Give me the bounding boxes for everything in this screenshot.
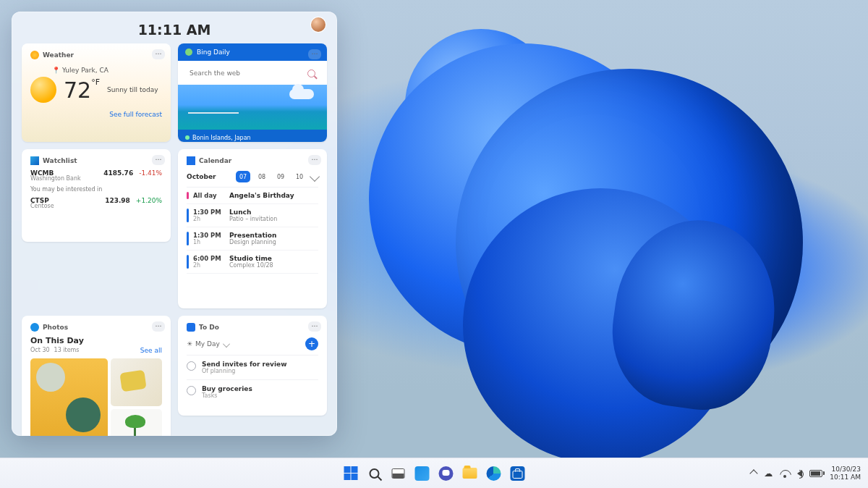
file-explorer-button[interactable] bbox=[461, 464, 480, 483]
bing-caption: Bonin Islands, Japan bbox=[192, 135, 251, 141]
sun-icon bbox=[30, 77, 56, 103]
photos-heading: On This Day bbox=[30, 336, 162, 345]
edge-button[interactable] bbox=[485, 464, 503, 483]
weather-forecast-link[interactable]: See full forecast bbox=[109, 111, 162, 118]
taskbar-search-button[interactable] bbox=[365, 464, 384, 483]
photos-more-button[interactable]: ⋯ bbox=[152, 321, 165, 332]
calendar-more-button[interactable]: ⋯ bbox=[308, 155, 321, 165]
todo-list-name[interactable]: My Day bbox=[195, 340, 220, 348]
calendar-day-pill[interactable]: 10 bbox=[292, 171, 307, 182]
event-duration: 2h bbox=[193, 216, 225, 222]
tray-overflow-button[interactable] bbox=[750, 469, 758, 477]
widgets-button[interactable] bbox=[413, 464, 432, 483]
taskbar-clock[interactable]: 10/30/23 10:11 AM bbox=[830, 466, 861, 481]
widgets-header: 11:11 AM bbox=[22, 22, 327, 38]
chevron-down-icon[interactable] bbox=[310, 172, 320, 182]
event-title: Lunch bbox=[229, 209, 277, 216]
calendar-event[interactable]: All day Angela's Birthday bbox=[187, 188, 318, 204]
calendar-event[interactable]: 1:30 PM1h PresentationDesign planning bbox=[187, 227, 318, 251]
store-button[interactable] bbox=[509, 464, 527, 483]
panel-time: 11:11 AM bbox=[138, 22, 211, 38]
calendar-day-pill[interactable]: 07 bbox=[236, 171, 250, 182]
event-title: Angela's Birthday bbox=[229, 192, 294, 199]
stock-row[interactable]: WCMB Washington Bank 4185.76 -1.41% bbox=[30, 169, 162, 182]
user-avatar[interactable] bbox=[311, 17, 326, 32]
desktop: 11:11 AM Weather ⋯ 📍 Yuley Park, CA 72°F… bbox=[0, 0, 868, 488]
bing-search-input[interactable] bbox=[190, 70, 307, 77]
volume-icon[interactable] bbox=[797, 470, 802, 477]
weather-more-button[interactable]: ⋯ bbox=[152, 49, 165, 59]
watchlist-note: You may be interested in bbox=[30, 186, 162, 193]
weather-temp: 72 bbox=[64, 77, 91, 103]
task-checkbox[interactable] bbox=[187, 361, 196, 371]
event-time: 1:30 PM bbox=[193, 232, 225, 239]
task-checkbox[interactable] bbox=[187, 386, 196, 395]
stock-name: Washington Bank bbox=[30, 175, 81, 182]
task-title: Buy groceries bbox=[202, 385, 252, 392]
photos-icon bbox=[30, 323, 39, 332]
taskbar-center bbox=[341, 464, 527, 483]
chat-button[interactable] bbox=[437, 464, 456, 483]
watchlist-widget[interactable]: Watchlist ⋯ WCMB Washington Bank 4185.76… bbox=[22, 149, 171, 242]
event-list: All day Angela's Birthday 1:30 PM2h Lunc… bbox=[187, 187, 318, 274]
event-duration: 1h bbox=[193, 239, 225, 245]
bing-widget[interactable]: Bing Daily ⋯ Bonin Islands, Japan bbox=[178, 43, 327, 142]
event-title: Presentation bbox=[229, 232, 276, 239]
event-time: 6:00 PM bbox=[193, 255, 225, 262]
photos-seeall-link[interactable]: See all bbox=[140, 347, 162, 354]
photos-grid bbox=[30, 358, 162, 436]
onedrive-icon[interactable]: ☁ bbox=[764, 468, 773, 479]
calendar-day-pill[interactable]: 08 bbox=[255, 171, 269, 182]
bing-image bbox=[178, 85, 327, 130]
stocks-icon bbox=[30, 156, 39, 165]
add-task-button[interactable]: + bbox=[305, 337, 318, 350]
task-view-button[interactable] bbox=[389, 464, 408, 483]
watchlist-title: Watchlist bbox=[43, 157, 77, 164]
calendar-widget[interactable]: Calendar ⋯ October 07 08 09 10 All day A… bbox=[178, 149, 327, 308]
bing-more-button[interactable]: ⋯ bbox=[308, 49, 321, 59]
wifi-icon[interactable] bbox=[780, 470, 790, 477]
system-tray: ☁ 10/30/23 10:11 AM bbox=[751, 466, 861, 481]
photo-thumb[interactable] bbox=[111, 409, 162, 436]
bing-icon bbox=[185, 49, 192, 56]
calendar-event[interactable]: 6:00 PM2h Studio timeComplex 10/28 bbox=[187, 251, 318, 274]
bing-search[interactable] bbox=[185, 66, 320, 80]
photos-widget[interactable]: Photos ⋯ On This Day Oct 30 13 items See… bbox=[22, 316, 171, 436]
event-title: Studio time bbox=[229, 255, 273, 262]
stock-row[interactable]: CTSP Centose 123.98 +1.20% bbox=[30, 197, 162, 209]
start-button[interactable] bbox=[341, 464, 360, 483]
tray-date: 10/30/23 bbox=[830, 466, 861, 473]
stock-value: 123.98 bbox=[105, 197, 130, 204]
chevron-down-icon[interactable] bbox=[223, 340, 230, 348]
event-time: All day bbox=[193, 192, 225, 199]
todo-more-button[interactable]: ⋯ bbox=[308, 321, 321, 332]
calendar-month[interactable]: October bbox=[187, 173, 216, 180]
photo-thumb[interactable] bbox=[30, 358, 108, 436]
photo-thumb[interactable] bbox=[111, 358, 162, 406]
calendar-event[interactable]: 1:30 PM2h LunchPatio – invitation bbox=[187, 204, 318, 227]
search-icon[interactable] bbox=[307, 70, 315, 77]
calendar-day-pill[interactable]: 09 bbox=[273, 171, 288, 182]
task-sub: Of planning bbox=[202, 368, 287, 374]
photos-title: Photos bbox=[43, 324, 68, 331]
todo-widget[interactable]: To Do ⋯ ☀ My Day + Send invites for revi… bbox=[178, 316, 327, 416]
weather-unit: °F bbox=[91, 77, 100, 87]
photos-date: Oct 30 bbox=[30, 347, 50, 354]
taskbar: ☁ 10/30/23 10:11 AM bbox=[0, 458, 868, 488]
weather-location: Yuley Park, CA bbox=[62, 67, 109, 74]
calendar-icon bbox=[187, 156, 195, 165]
event-sub: Complex 10/28 bbox=[229, 262, 273, 269]
todo-title: To Do bbox=[199, 324, 219, 331]
task-row[interactable]: Send invites for review Of planning bbox=[187, 355, 318, 379]
stock-name: Centose bbox=[30, 203, 68, 209]
battery-icon[interactable] bbox=[809, 470, 822, 477]
todo-icon bbox=[187, 323, 195, 332]
event-time: 1:30 PM bbox=[193, 209, 225, 216]
location-dot-icon bbox=[185, 135, 190, 140]
weather-desc: Sunny till today bbox=[107, 86, 158, 94]
weather-widget[interactable]: Weather ⋯ 📍 Yuley Park, CA 72°F Sunny ti… bbox=[22, 43, 171, 142]
watchlist-more-button[interactable]: ⋯ bbox=[152, 155, 165, 165]
task-row[interactable]: Buy groceries Tasks bbox=[187, 379, 318, 404]
stock-value: 4185.76 bbox=[103, 169, 133, 177]
event-sub: Design planning bbox=[229, 239, 276, 245]
